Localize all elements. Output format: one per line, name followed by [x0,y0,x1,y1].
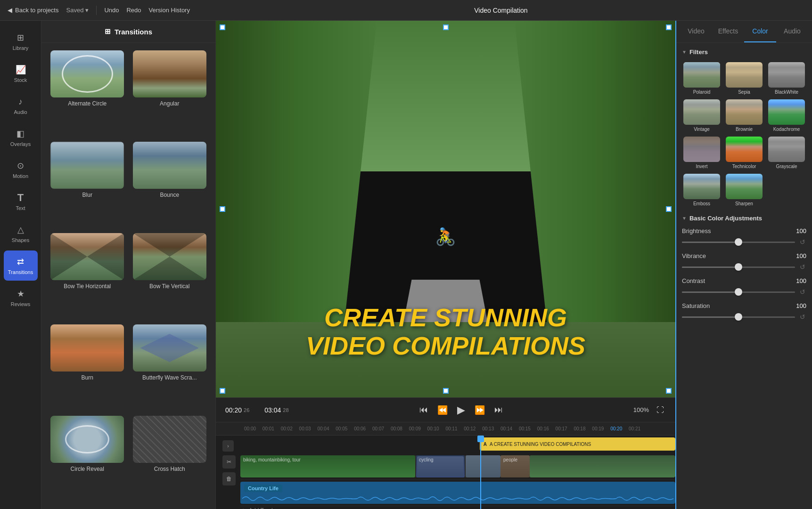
video-clip-mountain[interactable] [466,455,500,477]
brightness-slider[interactable] [682,237,795,247]
add-track-button[interactable]: ＋ Add Track [240,506,675,509]
basic-color-section-header[interactable]: ▼ Basic Color Adjustments [682,215,806,222]
back-to-projects-button[interactable]: ◀ Back to projects [8,7,59,14]
transition-item-bowtie-h[interactable]: Bow Tie Horizontal [47,231,128,321]
vibrance-track [682,267,795,268]
vibrance-thumb[interactable] [735,263,742,271]
shapes-icon: △ [15,224,26,235]
cut-tool[interactable]: ✂ [222,455,236,469]
transition-item-butterfly[interactable]: Butterfly Wave Scra... [130,323,210,412]
audio-track: Country Life [240,480,675,506]
filter-sharpen[interactable]: Sharpen [724,173,764,207]
sidebar-item-library[interactable]: ⊞ Library [4,26,38,57]
sidebar-item-motion[interactable]: ⊙ Motion [4,154,38,185]
transition-item-alternate-circle[interactable]: Alternate Circle [47,48,128,138]
resize-handle-tl[interactable] [220,24,225,30]
delete-tool[interactable]: 🗑 [222,472,236,485]
transition-thumb-bounce [133,142,206,189]
filter-invert[interactable]: Invert [682,136,722,170]
transition-item-burn[interactable]: Burn [47,323,128,412]
filter-blackwhite[interactable]: BlackWhite [767,61,806,96]
contrast-slider[interactable] [682,287,795,297]
sidebar-item-audio[interactable]: ♪ Audio [4,90,38,121]
skip-to-start-button[interactable]: ⏮ [418,403,430,417]
filter-emboss[interactable]: Emboss [682,173,722,207]
sidebar-item-overlays[interactable]: ◧ Overlays [4,122,38,153]
playhead-handle[interactable] [477,436,484,442]
library-icon: ⊞ [15,32,26,43]
transitions-icon: ⇄ [15,256,26,267]
saturation-slider[interactable] [682,312,795,322]
contrast-track [682,291,795,293]
filter-brownie[interactable]: Brownie [724,98,764,133]
rewind-button[interactable]: ⏪ [435,403,450,417]
text-overlay-clip[interactable]: A A CREATE STUNNING VIDEO COMPILATIONS [480,437,675,451]
contrast-reset-button[interactable]: ↺ [799,287,806,297]
stock-icon: 📈 [15,64,26,75]
filter-thumb-polaroid [683,62,720,88]
filter-thumb-technicolor [726,137,763,162]
filter-sepia[interactable]: Sepia [724,61,764,96]
sidebar-item-shapes[interactable]: △ Shapes [4,218,38,249]
brightness-reset-button[interactable]: ↺ [799,237,806,247]
resize-handle-tm[interactable] [443,24,449,30]
sidebar-item-stock[interactable]: 📈 Stock [4,58,38,89]
filters-section-header[interactable]: ▼ Filters [682,48,806,56]
resize-handle-br[interactable] [666,388,672,394]
playhead[interactable] [480,436,481,509]
video-clip-biking[interactable]: biking, mountainbiking, tour [240,455,415,477]
vibrance-slider[interactable] [682,262,795,272]
transition-item-crosshatch[interactable]: Cross Hatch [130,414,210,503]
video-canvas[interactable]: 🚴 CREATE STUNNING VIDEO COMPILATIONS [216,21,675,397]
tab-audio[interactable]: Audio [776,21,808,42]
timeline-collapse-button[interactable]: › [222,440,234,452]
resize-handle-tr[interactable] [666,24,672,30]
ruler-mark: 00:04 [317,426,336,431]
filters-grid: Polaroid Sepia BlackWhite [682,61,806,207]
resize-handle-bl[interactable] [220,388,225,394]
contrast-thumb[interactable] [735,288,742,296]
tab-effects[interactable]: Effects [712,21,744,42]
saturation-reset-button[interactable]: ↺ [799,312,806,322]
timeline-area: 00:00 00:01 00:02 00:03 00:04 00:05 00:0… [216,422,675,509]
resize-handle-ml[interactable] [220,206,225,212]
audio-clip-country-life[interactable]: Country Life [240,482,675,504]
right-panel-content: ▼ Filters Polaroid Sepia [676,43,812,509]
redo-button[interactable]: Redo [126,7,141,14]
resize-handle-mr[interactable] [666,206,672,212]
play-pause-button[interactable]: ▶ [455,402,467,418]
video-clip-end[interactable] [530,455,675,477]
transition-item-bounce[interactable]: Bounce [130,140,210,229]
resize-handle-bm[interactable] [443,388,449,394]
vibrance-reset-button[interactable]: ↺ [799,262,806,272]
saved-dropdown-icon[interactable]: ▾ [85,7,89,14]
tab-color[interactable]: Color [744,21,776,42]
fullscreen-button[interactable]: ⛶ [655,404,666,416]
version-history-button[interactable]: Version History [149,7,190,14]
filter-thumb-blackwhite [768,62,805,88]
transition-item-circle-reveal[interactable]: Circle Reveal [47,414,128,503]
sidebar-item-reviews[interactable]: ★ Reviews [4,283,38,313]
fast-forward-button[interactable]: ⏩ [473,403,487,417]
filter-polaroid[interactable]: Polaroid [682,61,722,96]
video-clip-people[interactable]: people [500,455,530,477]
filter-vintage[interactable]: Vintage [682,98,722,133]
transition-item-angular[interactable]: Angular [130,48,210,138]
transition-item-blur[interactable]: Blur [47,140,128,229]
skip-to-end-button[interactable]: ⏭ [492,403,505,417]
transition-item-bowtie-v[interactable]: Bow Tie Vertical [130,231,210,321]
svg-marker-3 [133,257,206,280]
saturation-thumb[interactable] [735,313,742,321]
sidebar-item-transitions[interactable]: ⇄ Transitions [4,250,38,281]
video-clip-cycling[interactable]: cycling [416,455,465,477]
transition-thumb-burn [50,324,124,372]
ruler-mark: 00:15 [519,426,537,431]
filter-technicolor[interactable]: Technicolor [724,136,764,170]
filter-kodachrome[interactable]: Kodachrome [767,98,806,133]
timeline-content: A A CREATE STUNNING VIDEO COMPILATIONS b… [240,436,675,509]
sidebar-item-text[interactable]: T Text [4,186,38,217]
tab-video[interactable]: Video [680,21,712,42]
undo-button[interactable]: Undo [104,7,119,14]
brightness-thumb[interactable] [735,238,742,246]
filter-grayscale[interactable]: Grayscale [767,136,806,170]
